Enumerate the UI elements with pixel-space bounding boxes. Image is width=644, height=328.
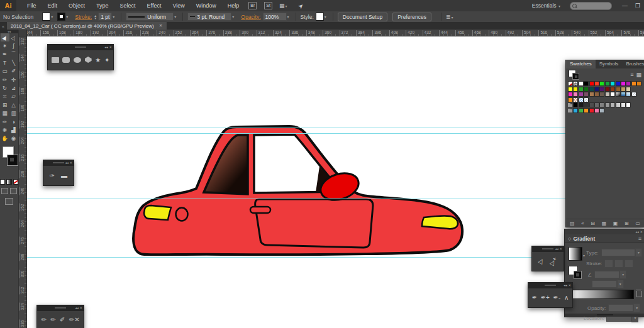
swatch[interactable]: [568, 87, 573, 92]
opacity-field[interactable]: 100%: [263, 13, 287, 21]
color-group-folder-icon[interactable]: [568, 108, 573, 113]
lasso-tool[interactable]: ʃ: [9, 41, 18, 50]
swatch[interactable]: [579, 87, 584, 92]
swatch[interactable]: [599, 92, 604, 97]
horizontal-guide[interactable]: [26, 199, 644, 199]
gradient-panel-header[interactable]: ◇ Gradient ≡: [565, 234, 644, 243]
stroke-gradient-along-button[interactable]: [614, 260, 623, 268]
fill-stroke-proxy[interactable]: [569, 70, 581, 80]
document-setup-button[interactable]: Document Setup: [338, 13, 387, 21]
swatch[interactable]: [594, 87, 599, 92]
swatch[interactable]: [573, 102, 578, 107]
swatch[interactable]: [610, 92, 615, 97]
grad-sky-swatch[interactable]: [626, 92, 631, 97]
pencil-tool[interactable]: ✏: [1, 75, 9, 84]
collapse-diamond-icon[interactable]: ◇: [568, 236, 571, 241]
swatch[interactable]: [621, 102, 626, 107]
panel-resize-handle[interactable]: [565, 314, 644, 317]
color-mode-button[interactable]: [0, 179, 5, 185]
rear-light[interactable]: [422, 216, 458, 229]
pen-tool[interactable]: ✒: [532, 294, 537, 301]
document-tab[interactable]: 2018_04_12_Car ( CC version).ai @ 400% (…: [7, 22, 167, 30]
swatch[interactable]: [616, 102, 621, 107]
grad-blue-swatch[interactable]: [621, 92, 626, 97]
stroke-proxy[interactable]: [572, 73, 579, 80]
gradient-opacity-input[interactable]: [608, 304, 633, 312]
collapse-close-icons[interactable]: ◂◂ ✕: [75, 305, 82, 311]
grad-bw-swatch[interactable]: [616, 92, 621, 97]
swatch[interactable]: [599, 108, 604, 113]
menu-select[interactable]: Select: [114, 3, 142, 9]
stroke-swatch[interactable]: [7, 155, 18, 166]
swatch[interactable]: [594, 81, 599, 86]
draw-normal-button[interactable]: [1, 188, 8, 194]
tab-symbols[interactable]: Symbols: [596, 60, 623, 68]
collapse-close-icons[interactable]: ◂◂ ✕: [104, 45, 112, 50]
front-headlight[interactable]: [144, 205, 171, 220]
swatch[interactable]: [610, 102, 615, 107]
delete-stop-icon[interactable]: [636, 291, 642, 297]
type-tool[interactable]: T: [1, 58, 9, 67]
color-group-folder-icon[interactable]: [568, 102, 573, 107]
fill-color-swatch[interactable]: [42, 13, 50, 21]
menu-edit[interactable]: Edit: [42, 3, 64, 9]
selection-tool[interactable]: ▶: [1, 33, 9, 41]
show-kinds-icon[interactable]: ▦: [602, 221, 607, 226]
scale-tool[interactable]: ⊿: [9, 84, 18, 92]
illustrator-logo[interactable]: Ai: [0, 0, 16, 11]
horizontal-ruler[interactable]: 1441561681801922042162282402522642762883…: [18, 30, 644, 36]
column-graph-tool[interactable]: ▟: [9, 126, 18, 134]
swatch-options-icon[interactable]: ⊟: [591, 221, 595, 226]
width-profile-field[interactable]: Uniform: [126, 13, 174, 21]
blend-tool[interactable]: ◑: [9, 118, 18, 126]
rounded-rectangle-tool[interactable]: [62, 57, 70, 63]
swatch[interactable]: [605, 81, 610, 86]
swatch[interactable]: [616, 87, 621, 92]
swatch[interactable]: [610, 81, 615, 86]
swatch[interactable]: [626, 102, 631, 107]
swatch[interactable]: [636, 81, 641, 86]
stroke-link[interactable]: Stroke:: [75, 14, 92, 20]
chevron-down-icon[interactable]: ▾: [66, 14, 68, 19]
tearoff-header[interactable]: ◂◂ ✕: [528, 283, 572, 288]
stroke-color-swatch[interactable]: [57, 13, 65, 21]
none-mode-button[interactable]: [13, 179, 18, 185]
menu-window[interactable]: Window: [191, 3, 222, 9]
stock-button[interactable]: St: [264, 2, 272, 9]
stroke-width-field[interactable]: 1 pt: [98, 13, 112, 21]
collapse-close-icons[interactable]: ◂◂ ✕: [555, 246, 562, 252]
chevron-down-icon[interactable]: ▼: [617, 280, 624, 288]
line-segment-tool[interactable]: ╲: [9, 58, 18, 67]
group-selection-tool[interactable]: ▷+: [549, 258, 558, 265]
gradient-type-select[interactable]: [601, 249, 635, 256]
swatch[interactable]: [584, 92, 589, 97]
swatch[interactable]: [579, 102, 584, 107]
horizontal-guide[interactable]: [26, 128, 644, 128]
menu-file[interactable]: File: [21, 3, 42, 9]
swatch[interactable]: [584, 108, 589, 113]
swatch[interactable]: [605, 102, 610, 107]
chevron-down-icon[interactable]: ▾: [325, 14, 326, 19]
rectangle-tool[interactable]: ▭: [1, 67, 9, 75]
perspective-grid-tool[interactable]: △: [9, 101, 18, 109]
swatch[interactable]: [626, 87, 631, 92]
swatch[interactable]: [616, 81, 621, 86]
swatch[interactable]: [573, 92, 578, 97]
horizontal-guide[interactable]: [26, 133, 644, 134]
shaper-tool[interactable]: ✢: [9, 75, 18, 84]
menu-effect[interactable]: Effect: [142, 3, 167, 9]
collapse-close-icons[interactable]: ◂◂ ✕: [564, 283, 571, 288]
workspace-switcher[interactable]: Essentials ▾: [532, 3, 562, 9]
menu-view[interactable]: View: [167, 3, 190, 9]
chevron-down-icon[interactable]: ▼: [635, 248, 642, 257]
swatch[interactable]: [573, 87, 578, 92]
swatch[interactable]: [621, 87, 626, 92]
anchor-point-tool[interactable]: ∧: [564, 294, 569, 301]
swatch[interactable]: [594, 102, 599, 107]
bridge-button[interactable]: Br: [248, 2, 257, 9]
delete-swatch-icon[interactable]: ▭: [635, 221, 640, 226]
swatch[interactable]: [579, 108, 584, 113]
smooth-tool[interactable]: ✏: [50, 316, 55, 323]
chevron-down-icon[interactable]: ▾: [113, 14, 114, 19]
menu-object[interactable]: Object: [63, 3, 91, 9]
